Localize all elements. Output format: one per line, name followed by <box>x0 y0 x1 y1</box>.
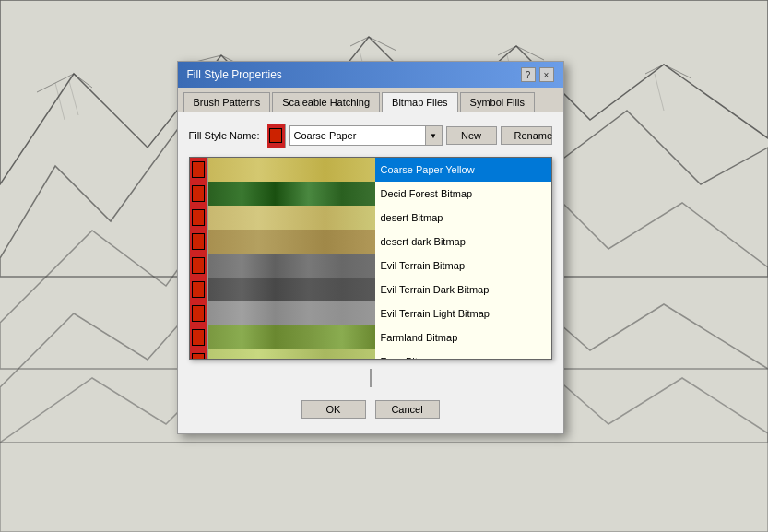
item-icon <box>190 206 208 230</box>
tab-scaleable-hatching[interactable]: Scaleable Hatching <box>272 92 380 112</box>
item-icon <box>190 182 208 206</box>
tab-symbol-fills[interactable]: Symbol Fills <box>460 92 535 112</box>
help-button[interactable]: ? <box>521 67 536 82</box>
title-bar: Fill Style Properties ? × <box>178 62 563 88</box>
item-icon <box>190 278 208 301</box>
fill-name-arrow[interactable]: ▼ <box>425 126 442 145</box>
item-swatch <box>208 349 375 360</box>
dropdown-item[interactable]: desert Bitmap <box>190 206 551 230</box>
dropdown-item[interactable]: Coarse Paper Yellow <box>190 158 551 182</box>
dropdown-container: Coarse Paper YellowDecid Forest Bitmapde… <box>189 157 552 360</box>
dropdown-item[interactable]: Fens Bitmap <box>190 349 551 360</box>
item-swatch <box>208 158 375 182</box>
action-buttons: OK Cancel <box>189 391 552 422</box>
item-label: Farmland Bitmap <box>375 332 548 343</box>
item-label: Evil Terrain Dark Bitmap <box>375 284 548 295</box>
item-label: desert Bitmap <box>375 212 548 223</box>
item-label: Decid Forest Bitmap <box>375 188 548 199</box>
dialog-overlay: Fill Style Properties ? × Brush Patterns… <box>0 0 768 532</box>
close-button[interactable]: × <box>539 67 554 82</box>
item-swatch <box>208 206 375 230</box>
fill-name-dropdown[interactable]: ▼ <box>289 125 443 146</box>
item-label: Coarse Paper Yellow <box>375 164 548 175</box>
cancel-button[interactable]: Cancel <box>375 400 440 419</box>
fill-name-row: Fill Style Name: ▼ New Rename <box>189 124 552 148</box>
item-icon <box>190 254 208 278</box>
item-icon <box>190 230 208 254</box>
item-swatch <box>208 278 375 301</box>
item-label: Fens Bitmap <box>375 356 548 360</box>
title-bar-buttons: ? × <box>521 67 554 82</box>
dropdown-item[interactable]: Evil Terrain Dark Bitmap <box>190 278 551 301</box>
fill-name-label: Fill Style Name: <box>189 130 260 141</box>
item-swatch <box>208 325 375 349</box>
dropdown-list[interactable]: Coarse Paper YellowDecid Forest Bitmapde… <box>189 157 552 360</box>
dialog-content: Fill Style Name: ▼ New Rename Coarse Pap… <box>178 112 563 433</box>
tab-brush-patterns[interactable]: Brush Patterns <box>183 92 271 112</box>
fill-name-input[interactable] <box>290 126 425 145</box>
item-icon <box>190 325 208 349</box>
item-icon <box>190 349 208 360</box>
dialog-title: Fill Style Properties <box>187 68 282 81</box>
item-swatch <box>208 230 375 254</box>
item-label: Evil Terrain Light Bitmap <box>375 308 548 319</box>
item-swatch <box>208 301 375 325</box>
dropdown-item[interactable]: desert dark Bitmap <box>190 230 551 254</box>
ok-button[interactable]: OK <box>301 400 366 419</box>
item-icon <box>190 158 208 182</box>
tab-bitmap-files[interactable]: Bitmap Files <box>382 92 458 112</box>
dropdown-item[interactable]: Evil Terrain Bitmap <box>190 254 551 278</box>
item-swatch <box>208 254 375 278</box>
rename-button[interactable]: Rename <box>501 126 552 145</box>
dropdown-item[interactable]: Farmland Bitmap <box>190 325 551 349</box>
item-label: desert dark Bitmap <box>375 236 548 247</box>
new-button[interactable]: New <box>446 126 497 145</box>
dropdown-item[interactable]: Evil Terrain Light Bitmap <box>190 301 551 325</box>
item-swatch <box>208 182 375 206</box>
item-icon <box>190 301 208 325</box>
fill-name-icon <box>267 124 286 148</box>
dropdown-item[interactable]: Decid Forest Bitmap <box>190 182 551 206</box>
tab-bar: Brush Patterns Scaleable Hatching Bitmap… <box>178 88 563 112</box>
item-label: Evil Terrain Bitmap <box>375 260 548 271</box>
fill-style-dialog: Fill Style Properties ? × Brush Patterns… <box>177 61 564 434</box>
